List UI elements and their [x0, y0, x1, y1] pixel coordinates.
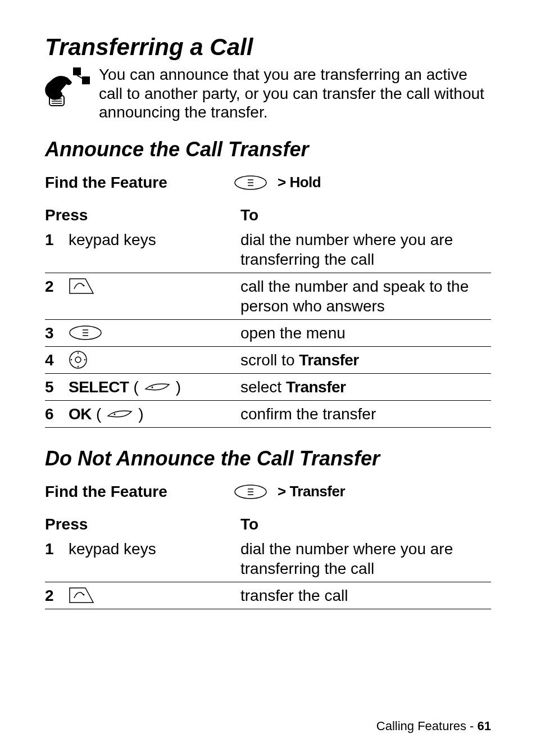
find-feature-label: Find the Feature: [45, 174, 219, 192]
section-heading-announce: Announce the Call Transfer: [45, 138, 491, 161]
section-heading-noannounce: Do Not Announce the Call Transfer: [45, 447, 491, 470]
steps-table-announce: Press To 1 keypad keys dial the number w…: [45, 204, 491, 428]
page-title: Transferring a Call: [45, 34, 491, 61]
step-to: call the number and speak to the person …: [240, 273, 491, 319]
softkey-icon: [143, 380, 171, 393]
feature-icon: [45, 64, 90, 109]
step-to: dial the number where you are transferri…: [240, 536, 491, 582]
menu-icon: [234, 175, 267, 191]
step-num: 2: [45, 586, 64, 605]
step-num: 2: [45, 277, 64, 296]
step-to: select Transfer: [240, 373, 491, 400]
step-num: 1: [45, 230, 64, 250]
find-feature-row: Find the Feature > Transfer: [45, 483, 491, 501]
step-to: dial the number where you are transferri…: [240, 227, 491, 273]
step-num: 6: [45, 404, 64, 424]
send-icon: [69, 278, 94, 295]
find-feature-row: Find the Feature > Hold: [45, 174, 491, 192]
step-to: open the menu: [240, 319, 491, 346]
col-press: Press: [45, 204, 240, 227]
col-press: Press: [45, 513, 240, 536]
steps-table-noannounce: Press To 1 keypad keys dial the number w…: [45, 513, 491, 609]
step-num: 4: [45, 350, 64, 370]
find-feature-value: > Hold: [278, 174, 321, 191]
find-feature-label: Find the Feature: [45, 483, 219, 501]
menu-icon: [234, 484, 267, 500]
find-feature-value: > Transfer: [278, 483, 345, 500]
step-num: 5: [45, 377, 64, 397]
step-to: confirm the transfer: [240, 400, 491, 427]
softkey-icon: [106, 407, 134, 420]
send-icon: [69, 587, 94, 604]
page-footer: Calling Features - 61: [376, 719, 491, 734]
nav-icon: [69, 350, 88, 369]
col-to: To: [240, 204, 491, 227]
step-num: 3: [45, 323, 64, 343]
step-press: OK: [69, 404, 92, 424]
step-to: transfer the call: [240, 582, 491, 609]
step-to: scroll to Transfer: [240, 346, 491, 373]
step-num: 1: [45, 539, 64, 559]
intro-text: You can announce that you are transferri…: [99, 65, 491, 122]
step-press: keypad keys: [69, 230, 156, 250]
menu-icon: [69, 325, 102, 341]
step-press: SELECT: [69, 377, 129, 397]
col-to: To: [240, 513, 491, 536]
step-press: keypad keys: [69, 539, 156, 559]
